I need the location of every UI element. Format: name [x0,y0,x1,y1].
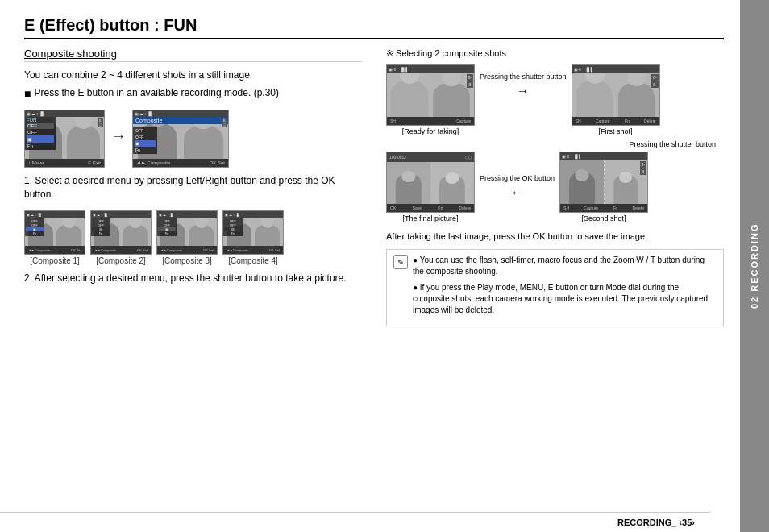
body-1: OFFOFF▣Fn [25,218,85,246]
composite-screen-1: ▣ ☁ ↕ ▐▌ OFFOFF▣Fn ◄►CompositeOK Set [24,210,85,255]
first-shot-screen: ▣·6▐▌▌ 8- ⠿ [572,64,660,126]
footer-move: ↕ Move [28,160,44,165]
footer-c1: ◄►CompositeOK Set [25,246,85,254]
final-footer: OK Save Fn Delete [387,204,474,212]
cam-footer-2: ◄► Composite OK Set [133,159,228,167]
fpr [618,83,655,117]
composite-4-wrap: ▣ ☁ ↕ ▐▌ OFFOFF▧Fn ◄►CompositeOK Set [222,207,284,265]
final-icons: ⬡⬡ [465,155,472,160]
rri-1: 8- [467,74,473,81]
rhl [400,73,420,83]
hr-4 [260,218,274,227]
fri-2: ⠿ [651,81,658,88]
final-caption: [The final picture] [402,214,458,222]
f-c1-l: ◄►Composite [28,248,50,252]
camera-screen-1: ▣☁↕▐▌ FUN OFF OFF ▣ [24,106,105,168]
left-column: Composite shooting You can combine 2 ~ 4… [24,48,362,326]
second-screen: ▣·6▐▌▌ [559,152,648,213]
composite-menu-bar: Composite [133,117,228,124]
top-3: ▣ ☁ ↕ ▐▌ [157,211,217,218]
icon-1: 8- [98,118,103,123]
composite-screen-2: ▣ ☁ ↕ ▐▌ OFFOFF▥Fn ◄►CompositeOK Set [90,210,152,255]
rpl [391,81,427,118]
note2: ● If you press the Play mode, MENU, E bu… [413,282,717,316]
rri-2: ⠿ [467,81,473,88]
second-body: 8- ⠿ [560,160,647,204]
second-composite [560,160,647,204]
bullet-text: Press the E button in an available recor… [34,87,279,100]
f-c3-r: OK Set [203,248,214,252]
right-column: ※ Selecting 2 composite shots ▣·6▐▌▌ [378,48,724,326]
first-body: 8- ⠿ [572,73,659,117]
pr-2 [123,225,148,247]
xtitle: ※ Selecting 2 composite shots [386,48,724,60]
final-composite [387,162,474,204]
footer-c4: ◄►CompositeOK Set [223,246,283,254]
final-save: Save [413,206,422,210]
pressing-ok-annotation: Pressing the OK button ← [480,174,555,200]
footer-composite: ◄► Composite [136,160,170,165]
body-4: OFFOFF▧Fn [223,218,283,246]
ready-footer: SHCapture [387,117,474,125]
pressing-shutter-label: Pressing the shutter button [480,73,567,82]
overlay-1: OFFOFF▣Fn [25,218,44,236]
label-c3: [Composite 3] [156,256,218,265]
composite-options: OFF OFF ▣ Fn [133,127,157,154]
final-top: 100-0012 ⬡⬡ [387,152,474,162]
top-4: ▣ ☁ ↕ ▐▌ [223,211,283,218]
first-right-icons: 8- ⠿ [651,74,658,88]
second-top: ▣·6▐▌▌ [560,152,647,160]
label-c2: [Composite 2] [90,256,152,265]
f-c4-r: OK Set [269,248,280,252]
first-persons [572,73,659,117]
second-shot-col: ▣·6▐▌▌ [559,152,648,222]
sf-sh: SH [563,206,569,210]
f-c2-r: OK Set [137,248,148,252]
body-3: OFFOFF▦Fn [157,218,217,246]
note1: ● You can use the flash, self-timer, mac… [413,255,717,277]
step1-text: 1. Select a desired menu by pressing Lef… [24,174,362,202]
overlay-2: OFFOFF▥Fn [91,218,110,236]
footer-c3: ◄►CompositeOK Set [157,246,217,254]
rf-cap: Capture [456,118,471,123]
ff-fn: Fn [625,118,630,123]
footer-ok: OK Set [210,160,225,165]
pressing-ok-label: Pressing the OK button [480,174,555,184]
final-delete: Delete [459,206,471,210]
first-shot-col: ▣·6▐▌▌ 8- ⠿ [572,64,660,135]
ready-right-icons: 8- ⠿ [467,74,473,88]
cam-body-1: FUN OFF OFF ▣ Fn 8- ⠿ [25,117,104,159]
footer-e: E Exit [88,160,101,165]
sf-fn: Fn [613,206,617,210]
pressing-shutter-annotation: Pressing the shutter button → [480,64,567,98]
bullet-symbol: ■ [24,87,31,100]
ready-caption: [Ready for taking] [402,127,459,135]
footer-bar: RECORDING_ ‹35› [0,512,711,532]
page-title: E (Effect) button : FUN [24,16,724,39]
hr-1 [62,218,76,227]
second-caption: [Second shot] [582,214,626,222]
icon-2-2: ⠿ [222,123,227,127]
main-content: E (Effect) button : FUN Composite shooti… [0,0,740,532]
ready-persons [387,73,474,117]
cam-right-icons: 8- ⠿ [98,118,103,127]
top-2: ▣ ☁ ↕ ▐▌ [91,211,151,218]
cam-right-icons-2: 8- ⠿ [222,118,227,127]
ready-screen: ▣·6▐▌▌ 8- ⠿ [386,64,475,126]
footer-c2: ◄►CompositeOK Set [91,246,151,254]
rhr [441,73,461,86]
cam-top-bar: ▣☁↕▐▌ [25,110,104,117]
f-c3-l: ◄►Composite [160,248,182,252]
composite-screen-4: ▣ ☁ ↕ ▐▌ OFFOFF▧Fn ◄►CompositeOK Set [222,210,284,255]
hr-2 [128,218,142,227]
final-fn: Fn [438,206,443,210]
ready-shot-col: ▣·6▐▌▌ 8- ⠿ [386,64,475,135]
overlay-3: OFFOFF▦Fn [157,218,177,236]
body-2: OFFOFF▥Fn [91,218,151,246]
sidebar-label: 02 RECORDING [750,223,759,310]
ff-cap: Capture [596,118,610,123]
ff-del: Delete [644,118,655,123]
section-title: Composite shooting [24,48,362,62]
pr-3 [189,225,214,247]
sf-cap: Capture [584,206,598,210]
